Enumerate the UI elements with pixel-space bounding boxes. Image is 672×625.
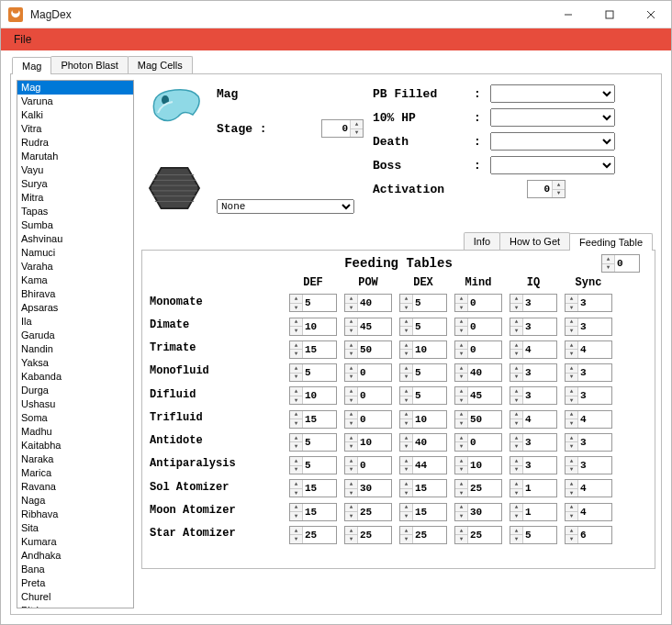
- chevron-up-icon[interactable]: ▲: [455, 364, 467, 374]
- feed-stepper[interactable]: ▲▼: [510, 433, 557, 452]
- chevron-down-icon[interactable]: ▼: [455, 512, 467, 520]
- chevron-down-icon[interactable]: ▼: [345, 396, 357, 405]
- feed-stepper[interactable]: ▲▼: [289, 503, 337, 521]
- chevron-down-icon[interactable]: ▼: [345, 419, 357, 428]
- feed-stepper[interactable]: ▲▼: [399, 386, 447, 405]
- chevron-up-icon[interactable]: ▲: [510, 318, 522, 328]
- list-item[interactable]: Vitra: [17, 122, 133, 136]
- chevron-down-icon[interactable]: ▼: [566, 489, 577, 497]
- feed-input[interactable]: [413, 457, 444, 474]
- chevron-up-icon[interactable]: ▲: [345, 434, 357, 443]
- chevron-down-icon[interactable]: ▼: [400, 419, 412, 428]
- feed-stepper[interactable]: ▲▼: [344, 503, 392, 521]
- chevron-up-icon[interactable]: ▲: [345, 457, 357, 466]
- tab-mag-cells[interactable]: Mag Cells: [128, 56, 193, 73]
- feed-stepper[interactable]: ▲▼: [289, 410, 337, 429]
- feed-input[interactable]: [413, 387, 444, 404]
- list-item[interactable]: Kaitabha: [17, 439, 133, 452]
- feed-input[interactable]: [523, 387, 554, 404]
- stage-input[interactable]: [322, 120, 350, 137]
- list-item[interactable]: Vayu: [17, 163, 133, 177]
- chevron-down-icon[interactable]: ▼: [351, 129, 363, 138]
- chevron-down-icon[interactable]: ▼: [553, 190, 565, 198]
- chevron-down-icon[interactable]: ▼: [510, 489, 522, 497]
- chevron-down-icon[interactable]: ▼: [510, 419, 522, 428]
- feed-input[interactable]: [358, 318, 389, 335]
- chevron-down-icon[interactable]: ▼: [455, 374, 467, 382]
- feed-stepper[interactable]: ▲▼: [454, 340, 502, 359]
- feed-input[interactable]: [578, 295, 610, 311]
- chevron-down-icon[interactable]: ▼: [345, 327, 357, 335]
- feed-stepper[interactable]: ▲▼: [454, 363, 502, 382]
- chevron-down-icon[interactable]: ▼: [400, 350, 412, 358]
- feed-stepper[interactable]: ▲▼: [565, 433, 612, 452]
- chevron-down-icon[interactable]: ▼: [290, 374, 302, 382]
- chevron-down-icon[interactable]: ▼: [602, 264, 614, 273]
- chevron-up-icon[interactable]: ▲: [566, 434, 577, 443]
- list-item[interactable]: Bana: [17, 563, 133, 576]
- feed-input[interactable]: [578, 457, 610, 474]
- list-item[interactable]: Mitra: [17, 191, 133, 205]
- chevron-up-icon[interactable]: ▲: [566, 387, 577, 396]
- chevron-up-icon[interactable]: ▲: [345, 318, 357, 328]
- feed-input[interactable]: [413, 295, 444, 311]
- feed-input[interactable]: [578, 341, 610, 358]
- list-item[interactable]: Naraka: [17, 452, 133, 466]
- feed-input[interactable]: [468, 457, 499, 474]
- list-item[interactable]: Surya: [17, 177, 133, 191]
- variant-select[interactable]: None: [217, 199, 354, 214]
- chevron-up-icon[interactable]: ▲: [510, 434, 522, 443]
- chevron-up-icon[interactable]: ▲: [345, 295, 357, 304]
- feed-stepper[interactable]: ▲▼: [510, 526, 557, 544]
- chevron-down-icon[interactable]: ▼: [566, 535, 577, 543]
- boss-select[interactable]: [490, 156, 615, 174]
- chevron-up-icon[interactable]: ▲: [510, 504, 522, 513]
- chevron-up-icon[interactable]: ▲: [345, 411, 357, 420]
- feed-stepper[interactable]: ▲▼: [565, 456, 612, 474]
- chevron-down-icon[interactable]: ▼: [566, 396, 577, 405]
- feed-stepper[interactable]: ▲▼: [565, 479, 612, 497]
- feed-input[interactable]: [468, 434, 499, 451]
- list-item[interactable]: Nandin: [17, 342, 133, 356]
- feed-input[interactable]: [468, 504, 499, 520]
- chevron-up-icon[interactable]: ▲: [566, 318, 577, 328]
- feed-input[interactable]: [358, 457, 389, 474]
- chevron-down-icon[interactable]: ▼: [400, 512, 412, 520]
- chevron-up-icon[interactable]: ▲: [455, 457, 467, 466]
- feed-stepper[interactable]: ▲▼: [289, 386, 337, 405]
- chevron-up-icon[interactable]: ▲: [566, 341, 577, 351]
- feed-input[interactable]: [358, 295, 389, 311]
- stage-stepper[interactable]: ▲▼: [321, 119, 364, 138]
- chevron-up-icon[interactable]: ▲: [345, 387, 357, 396]
- feed-input[interactable]: [303, 434, 334, 451]
- chevron-up-icon[interactable]: ▲: [290, 504, 302, 513]
- feed-input[interactable]: [303, 504, 334, 520]
- feed-input[interactable]: [468, 364, 499, 381]
- feed-stepper[interactable]: ▲▼: [565, 410, 612, 429]
- chevron-up-icon[interactable]: ▲: [455, 527, 467, 536]
- list-item[interactable]: Ribhava: [17, 508, 133, 521]
- chevron-up-icon[interactable]: ▲: [400, 480, 412, 489]
- feed-input[interactable]: [303, 341, 334, 358]
- feed-input[interactable]: [358, 387, 389, 404]
- chevron-up-icon[interactable]: ▲: [400, 387, 412, 396]
- chevron-down-icon[interactable]: ▼: [400, 374, 412, 382]
- feed-input[interactable]: [523, 364, 554, 381]
- feed-stepper[interactable]: ▲▼: [399, 433, 447, 452]
- list-item[interactable]: Apsaras: [17, 301, 133, 315]
- list-item[interactable]: Naga: [17, 494, 133, 508]
- chevron-down-icon[interactable]: ▼: [345, 304, 357, 312]
- feed-stepper[interactable]: ▲▼: [289, 526, 337, 544]
- chevron-down-icon[interactable]: ▼: [510, 374, 522, 382]
- chevron-up-icon[interactable]: ▲: [510, 527, 522, 536]
- chevron-up-icon[interactable]: ▲: [510, 341, 522, 351]
- chevron-down-icon[interactable]: ▼: [290, 419, 302, 428]
- feed-input[interactable]: [358, 341, 389, 358]
- chevron-down-icon[interactable]: ▼: [400, 442, 412, 451]
- feed-stepper[interactable]: ▲▼: [344, 294, 392, 312]
- feed-stepper[interactable]: ▲▼: [565, 386, 612, 405]
- list-item[interactable]: Sumba: [17, 218, 133, 232]
- feed-stepper[interactable]: ▲▼: [289, 294, 337, 312]
- chevron-down-icon[interactable]: ▼: [345, 374, 357, 382]
- feed-stepper[interactable]: ▲▼: [510, 503, 557, 521]
